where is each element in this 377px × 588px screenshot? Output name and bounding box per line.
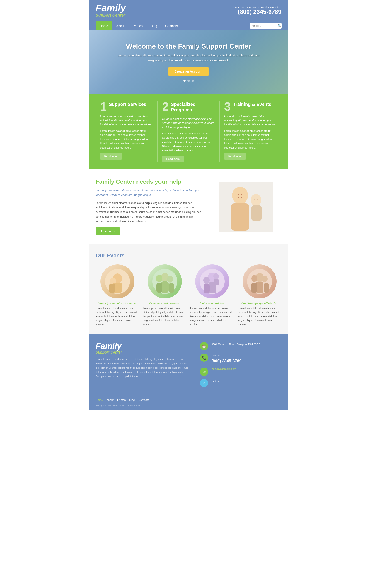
hero-section: Welcome to the Family Support Center Lor… <box>89 30 288 94</box>
svg-point-5 <box>238 194 239 195</box>
services-section: 1 Support Services Lorem ipsum dolor sit… <box>89 94 288 169</box>
footer-address: 8901 Marmora Road, Glasgow, D04 89GR <box>211 342 260 346</box>
footer-nav-about[interactable]: About <box>106 398 114 402</box>
events-title: Our Events <box>96 252 282 259</box>
footer-phone: (800) 2345-6789 <box>211 358 241 364</box>
help-text: Lorem ipsum dolor sit amet conse ctetur … <box>96 201 203 224</box>
events-section: Our Events Lorem ipsum dolor sit amet co… <box>89 244 288 335</box>
event-text-1: Lorem ipsum dolor sit amet conse ctetur … <box>96 307 140 326</box>
footer-logo-title: Family <box>96 342 193 350</box>
service-col-1: 1 Support Services Lorem ipsum dolor sit… <box>96 101 158 162</box>
svg-rect-20 <box>169 283 174 293</box>
footer-nav-contacts[interactable]: Contacts <box>138 398 149 402</box>
hero-title: Welcome to the Family Support Center <box>116 42 261 50</box>
service-num-3: 3 <box>224 101 231 112</box>
event-circle-4 <box>243 264 277 299</box>
event-item-1: Lorem ipsum dolor sit amet co Lorem ipsu… <box>96 264 140 326</box>
svg-rect-4 <box>251 205 262 221</box>
service-italic-3: Ipsum dolor sit amet conse ctetur adipis… <box>224 114 277 127</box>
events-grid: Lorem ipsum dolor sit amet co Lorem ipsu… <box>96 264 282 326</box>
event-image-4 <box>247 269 272 294</box>
svg-point-23 <box>203 277 210 284</box>
footer-phone-block: Call us: (800) 2345-6789 <box>211 354 241 364</box>
footer-call-label: Call us: <box>211 354 241 358</box>
footer-phone-item: 📞 Call us: (800) 2345-6789 <box>200 354 281 364</box>
footer-email[interactable]: Admin@demolink.org <box>211 368 236 370</box>
service-title-2: Specialized Programs <box>171 101 215 112</box>
event-item-4: Sunt in culpa qui officia des Lorem ipsu… <box>237 264 282 326</box>
event-title-1: Lorem ipsum dolor sit amet co <box>96 302 140 305</box>
footer-nav-photos[interactable]: Photos <box>117 398 126 402</box>
read-more-button-1[interactable]: Read more <box>100 153 122 160</box>
svg-point-16 <box>156 275 162 282</box>
help-italic: Lorem ipsum dolor sit amet conse ctetur … <box>96 188 203 198</box>
phone-label: If you need help, use hotline phone numb… <box>233 6 282 8</box>
header-phone-block: If you need help, use hotline phone numb… <box>233 6 282 15</box>
search-input[interactable] <box>252 24 278 27</box>
search-icon[interactable]: 🔍 <box>278 24 282 28</box>
event-circle-3 <box>195 264 229 299</box>
svg-rect-2 <box>231 204 249 231</box>
nav-item-about[interactable]: About <box>112 21 129 30</box>
event-text-2: Lorem ipsum dolor sit amet conse ctetur … <box>143 307 187 326</box>
hero-dot-3[interactable] <box>192 80 194 82</box>
create-account-button[interactable]: Create an Account <box>168 67 209 75</box>
event-text-4: Lorem ipsum dolor sit amet conse ctetur … <box>237 307 282 326</box>
svg-rect-19 <box>156 283 162 293</box>
service-num-2: 2 <box>162 101 169 112</box>
help-read-more-button[interactable]: Read more <box>96 228 120 235</box>
phone-icon: 📞 <box>200 354 208 362</box>
service-italic-1: Lorem ipsum dolor sit amet conse ctetur … <box>100 114 153 127</box>
logo-title: Family <box>96 3 126 13</box>
read-more-button-3[interactable]: Read more <box>224 153 246 160</box>
service-col-3: 3 Training & Events Ipsum dolor sit amet… <box>220 101 282 162</box>
svg-point-1 <box>232 187 248 204</box>
nav-item-home[interactable]: Home <box>96 21 112 30</box>
header: Family Support Center If you need help, … <box>89 0 288 21</box>
event-image-1 <box>105 269 130 294</box>
event-circle-1 <box>100 264 134 299</box>
footer-navigation: Home About Photos Blog Contacts <box>96 395 282 402</box>
event-text-3: Lorem ipsum dolor sit amet conse ctetur … <box>190 307 234 326</box>
footer-nav-blog[interactable]: Blog <box>129 398 135 402</box>
svg-rect-13 <box>109 284 115 293</box>
svg-point-30 <box>251 275 257 282</box>
footer-twitter-item: 𝕫 Twitter <box>200 379 281 387</box>
footer-logo-subtitle: Support Center <box>96 350 193 354</box>
event-circle-2 <box>148 264 182 299</box>
hero-dot-2[interactable] <box>188 80 190 82</box>
hero-dots <box>116 80 261 82</box>
home-icon: 🏠 <box>200 342 208 350</box>
help-section: Family Center needs your help Lorem ipsu… <box>89 169 288 244</box>
footer-nav-home[interactable]: Home <box>96 398 103 402</box>
svg-rect-35 <box>264 283 269 293</box>
event-title-2: Excepteur sint occaecat <box>143 302 187 305</box>
service-italic-2: Dolor sit amet conse ctetur adipisicing … <box>162 117 215 129</box>
footer-email-item: ✉ Admin@demolink.org <box>200 368 281 376</box>
event-item-3: Idatat non proident Lorem ipsum dolor si… <box>190 264 234 326</box>
nav-item-blog[interactable]: Blog <box>147 21 161 30</box>
nav-links: Home About Photos Blog Contacts <box>96 21 182 30</box>
svg-point-7 <box>254 199 255 200</box>
footer-twitter: Twitter <box>211 379 219 383</box>
help-title: Family Center needs your help <box>96 178 203 185</box>
svg-point-8 <box>257 199 258 200</box>
svg-point-31 <box>262 276 268 282</box>
svg-point-6 <box>241 194 242 195</box>
footer-top: Family Support Center Lorem ipsum dolor … <box>96 342 282 390</box>
search-bar[interactable]: 🔍 <box>250 23 282 29</box>
nav-item-contacts[interactable]: Contacts <box>161 21 182 30</box>
service-title-1: Support Services <box>109 101 146 107</box>
logo: Family Support Center <box>96 3 126 18</box>
event-title-4: Sunt in culpa qui officia des <box>237 302 282 305</box>
hero-subtitle: Lorem ipsum dolor sit amet conse ctetur … <box>116 53 261 63</box>
nav-item-photos[interactable]: Photos <box>129 21 147 30</box>
footer-description: Lorem ipsum dolor sit amet conse ctetur … <box>96 357 193 378</box>
svg-rect-25 <box>204 284 210 293</box>
navigation: Home About Photos Blog Contacts 🔍 <box>89 21 288 30</box>
footer-right: 🏠 8901 Marmora Road, Glasgow, D04 89GR 📞… <box>200 342 281 390</box>
hero-dot-1[interactable] <box>183 80 186 82</box>
footer: Family Support Center Lorem ipsum dolor … <box>89 334 288 410</box>
read-more-button-2[interactable]: Read more <box>162 156 184 162</box>
help-image-svg <box>219 182 273 232</box>
